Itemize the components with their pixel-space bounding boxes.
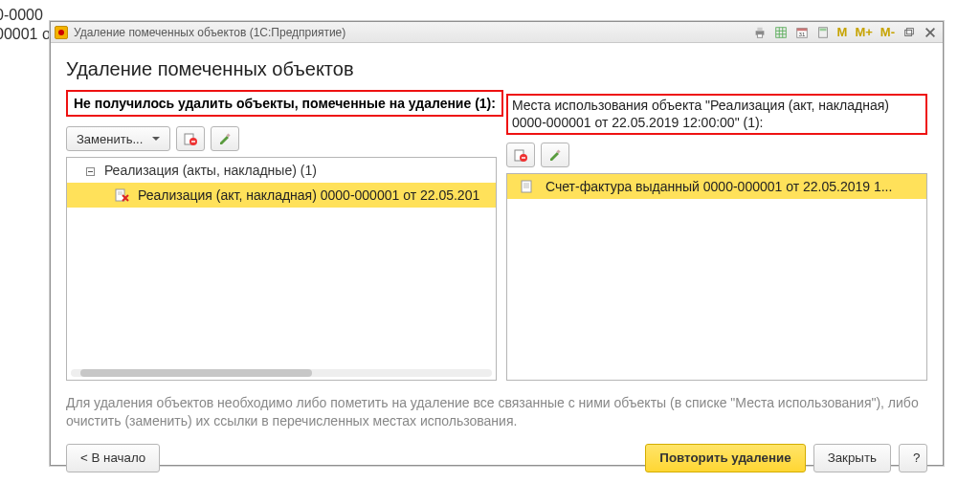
document-icon bbox=[521, 180, 536, 193]
titlebar: Удаление помеченных объектов (1С:Предпри… bbox=[51, 22, 943, 43]
horizontal-scrollbar[interactable] bbox=[71, 369, 492, 377]
usage-row[interactable]: Счет-фактура выданный 0000-000001 от 22.… bbox=[507, 174, 926, 199]
calculator-icon[interactable] bbox=[814, 25, 832, 40]
selected-object-label: Реализация (акт, накладная) 0000-000001 … bbox=[138, 187, 479, 203]
calendar-icon[interactable]: 31 bbox=[793, 25, 811, 40]
help-button[interactable]: ? bbox=[899, 444, 927, 472]
grid-icon[interactable] bbox=[772, 25, 790, 40]
svg-rect-3 bbox=[775, 27, 786, 37]
close-icon[interactable] bbox=[922, 25, 939, 40]
back-button[interactable]: < В начало bbox=[66, 444, 160, 472]
restore-icon[interactable] bbox=[901, 25, 918, 40]
svg-text:31: 31 bbox=[798, 30, 805, 36]
tree-group-label: Реализация (акты, накладные) (1) bbox=[104, 163, 317, 178]
usage-header: Места использования объекта "Реализация … bbox=[506, 94, 927, 135]
app-logo-icon bbox=[55, 26, 68, 39]
collapse-icon[interactable] bbox=[86, 167, 95, 176]
edit-icon-right[interactable] bbox=[541, 143, 569, 167]
memory-mplus-button[interactable]: M+ bbox=[853, 25, 874, 39]
delete-mark-icon[interactable] bbox=[176, 126, 205, 151]
edit-icon[interactable] bbox=[211, 126, 239, 151]
delete-mark-icon-right[interactable] bbox=[506, 143, 535, 167]
dialog-window: Удаление помеченных объектов (1С:Предпри… bbox=[50, 21, 944, 466]
tree-group-row[interactable]: Реализация (акты, накладные) (1) bbox=[67, 158, 496, 183]
background-truncated-text: 0-0000 00001 о bbox=[0, 6, 51, 44]
usage-list[interactable]: Счет-фактура выданный 0000-000001 от 22.… bbox=[506, 173, 927, 381]
svg-rect-12 bbox=[819, 28, 826, 31]
memory-m-button[interactable]: M bbox=[835, 25, 850, 39]
svg-rect-28 bbox=[522, 181, 531, 192]
usage-row-label: Счет-фактура выданный 0000-000001 от 22.… bbox=[546, 179, 892, 194]
retry-delete-button[interactable]: Повторить удаление bbox=[645, 444, 805, 472]
selected-object-row[interactable]: Реализация (акт, накладная) 0000-000001 … bbox=[67, 183, 496, 208]
close-button[interactable]: Закрыть bbox=[813, 444, 891, 472]
memory-mminus-button[interactable]: M- bbox=[879, 25, 897, 39]
svg-rect-1 bbox=[757, 27, 762, 31]
left-toolbar: Заменить... bbox=[66, 124, 497, 157]
objects-list[interactable]: Реализация (акты, накладные) (1) Реализа… bbox=[66, 157, 497, 381]
replace-button[interactable]: Заменить... bbox=[66, 126, 170, 151]
footer: < В начало Повторить удаление Закрыть ? bbox=[66, 444, 927, 472]
window-title: Удаление помеченных объектов (1С:Предпри… bbox=[74, 26, 345, 39]
warning-banner: Не получилось удалить объекты, помеченны… bbox=[66, 90, 503, 117]
svg-rect-2 bbox=[757, 33, 762, 37]
hint-text: Для удаления объектов необходимо либо по… bbox=[66, 394, 927, 430]
svg-rect-13 bbox=[905, 30, 912, 35]
page-title: Удаление помеченных объектов bbox=[66, 58, 927, 80]
right-toolbar bbox=[506, 141, 927, 173]
document-marked-icon bbox=[115, 188, 130, 202]
print-icon[interactable] bbox=[751, 25, 768, 40]
svg-rect-14 bbox=[906, 28, 913, 33]
